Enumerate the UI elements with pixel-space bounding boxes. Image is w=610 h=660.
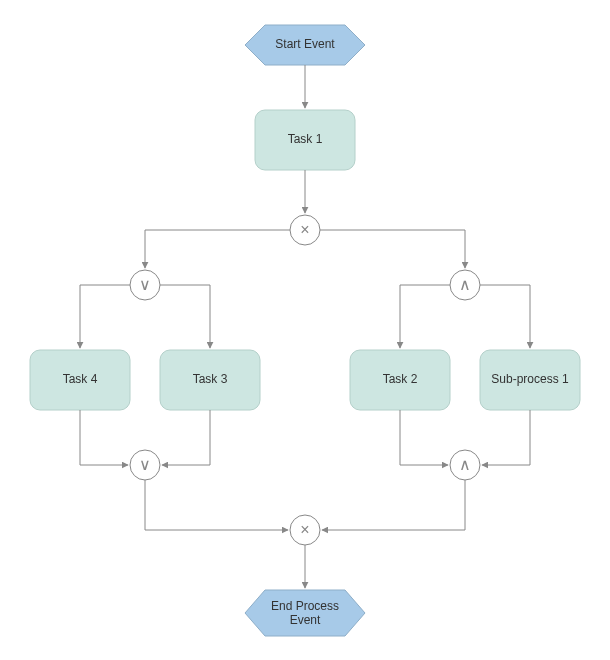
edge-task4-orjoin [80,410,128,465]
edge-and-task2 [400,285,450,348]
task-3[interactable]: Task 3 [160,350,260,410]
or-top-icon: ∨ [139,276,151,293]
task-1-label: Task 1 [288,132,323,146]
gateway-and-join[interactable]: ∧ [450,450,480,480]
process-diagram: Start Event Task 1 × ∨ [data-name="edge-… [0,0,610,660]
or-join-icon: ∨ [139,456,151,473]
task-1[interactable]: Task 1 [255,110,355,170]
xor-top-icon: × [300,221,309,238]
edge-andjoin-xorjoin [322,480,465,530]
edge-xor-to-and [320,230,465,268]
and-join-icon: ∧ [459,456,471,473]
gateway-xor-join[interactable]: × [290,515,320,545]
end-event[interactable]: End Process Event [245,590,365,636]
edge-or-task3 [160,285,210,348]
end-event-label-1: End Process [271,599,339,613]
edge-task2-andjoin [400,410,448,465]
edge-sub1-andjoin [482,410,530,465]
edge-xor-to-or [145,230,290,268]
xor-join-icon: × [300,521,309,538]
task-3-label: Task 3 [193,372,228,386]
subprocess-1-label: Sub-process 1 [491,372,569,386]
subprocess-1[interactable]: Sub-process 1 [480,350,580,410]
task-4[interactable]: Task 4 [30,350,130,410]
gateway-xor-top[interactable]: × [290,215,320,245]
gateway-and-top[interactable]: ∧ [450,270,480,300]
task-2[interactable]: Task 2 [350,350,450,410]
edge-orjoin-xorjoin [145,480,288,530]
task-2-label: Task 2 [383,372,418,386]
end-event-label-2: Event [290,613,321,627]
and-top-icon: ∧ [459,276,471,293]
task-4-label: Task 4 [63,372,98,386]
start-event[interactable]: Start Event [245,25,365,65]
gateway-or-top[interactable]: ∨ [130,270,160,300]
edge-or-task4 [80,285,130,348]
gateway-or-join[interactable]: ∨ [130,450,160,480]
start-event-label: Start Event [275,37,335,51]
edge-task3-orjoin [162,410,210,465]
edge-and-sub1 [480,285,530,348]
